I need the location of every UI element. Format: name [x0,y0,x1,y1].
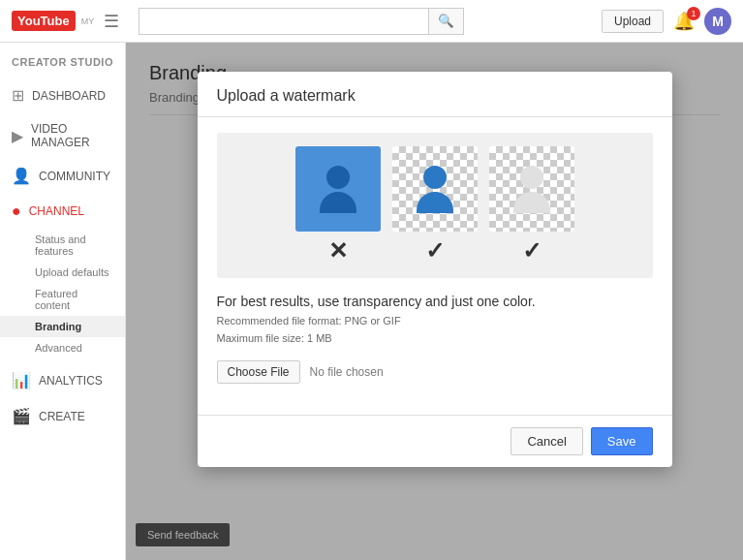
save-button[interactable]: Save [591,427,653,455]
person-icon-white [513,166,550,213]
preview-item-1: ✕ [295,146,381,264]
main-layout: CREATOR STUDIO ⊞ DASHBOARD ▶ VIDEO MANAG… [0,43,743,560]
search-icon: 🔍 [438,14,454,28]
info-section: For best results, use transparency and j… [217,294,653,347]
search-bar: 🔍 [139,8,582,35]
dashboard-icon: ⊞ [12,86,24,105]
sidebar-sub-branding[interactable]: Branding [0,316,125,337]
youtube-logo[interactable]: YouTube MY [12,11,94,31]
sidebar-item-dashboard[interactable]: ⊞ DASHBOARD [0,78,125,113]
cross-mark: ✕ [328,237,348,264]
sidebar-item-label: DASHBOARD [32,89,106,103]
person-icon-blue [320,166,356,213]
modal-title: Upload a watermark [217,87,653,105]
sidebar: CREATOR STUDIO ⊞ DASHBOARD ▶ VIDEO MANAG… [0,43,126,560]
sidebar-item-label: COMMUNITY [39,170,110,183]
choose-file-button[interactable]: Choose File [217,360,300,384]
preview-box-checker-1 [392,146,478,232]
create-icon: 🎬 [12,407,31,425]
notifications-button[interactable]: 🔔 1 [673,11,695,32]
modal-body: ✕ ✓ [198,117,672,415]
upload-watermark-modal: Upload a watermark [198,72,672,467]
modal-footer: Cancel Save [198,415,672,467]
top-navigation: YouTube MY ☰ 🔍 Upload 🔔 1 M [0,0,743,43]
hamburger-menu[interactable]: ☰ [104,11,119,32]
info-main-text: For best results, use transparency and j… [217,294,653,309]
youtube-logo-box: YouTube [12,11,76,31]
person-icon-dark-blue [417,166,453,213]
sidebar-item-label: CREATE [39,410,85,423]
sidebar-item-label: VIDEO MANAGER [31,122,113,149]
upload-button[interactable]: Upload [602,10,664,33]
info-detail-format: Recommended file format: PNG or GIF [217,313,653,330]
search-input[interactable] [139,8,429,35]
video-manager-icon: ▶ [12,127,23,145]
modal-header: Upload a watermark [198,72,672,117]
modal-overlay: Upload a watermark [126,43,743,560]
search-button[interactable]: 🔍 [429,8,464,35]
no-file-text: No file chosen [310,365,384,379]
preview-box-solid [295,146,381,232]
logo-sub: MY [81,16,95,26]
analytics-icon: 📊 [12,371,31,389]
sidebar-sub-advanced[interactable]: Advanced [0,337,125,358]
cancel-button[interactable]: Cancel [511,427,582,455]
preview-item-3: ✓ [489,146,574,264]
sidebar-sub-featured[interactable]: Featured content [0,283,125,316]
nav-right-area: Upload 🔔 1 M [602,8,731,35]
sidebar-item-channel[interactable]: ● CHANNEL [0,194,125,229]
sidebar-item-label: ANALYTICS [39,374,103,388]
watermark-previews: ✕ ✓ [217,133,653,278]
user-avatar[interactable]: M [704,8,731,35]
community-icon: 👤 [12,167,31,185]
notification-badge: 1 [687,7,700,20]
sidebar-item-create[interactable]: 🎬 CREATE [0,398,125,434]
check-mark-1: ✓ [425,237,445,264]
preview-item-2: ✓ [392,146,478,264]
channel-icon: ● [12,202,21,220]
check-mark-2: ✓ [522,237,542,264]
sidebar-item-community[interactable]: 👤 COMMUNITY [0,158,125,194]
info-detail-size: Maximum file size: 1 MB [217,330,653,348]
sidebar-item-label: CHANNEL [29,204,84,218]
sidebar-item-video-manager[interactable]: ▶ VIDEO MANAGER [0,113,125,158]
preview-box-checker-2 [489,146,574,232]
sidebar-sub-status[interactable]: Status and features [0,229,125,262]
sidebar-item-analytics[interactable]: 📊 ANALYTICS [0,362,125,398]
content-area: Branding Branding watermark Upload a wat… [126,43,743,560]
sidebar-sub-upload-defaults[interactable]: Upload defaults [0,262,125,283]
creator-studio-label: CREATOR STUDIO [0,43,125,78]
file-input-row: Choose File No file chosen [217,360,653,384]
